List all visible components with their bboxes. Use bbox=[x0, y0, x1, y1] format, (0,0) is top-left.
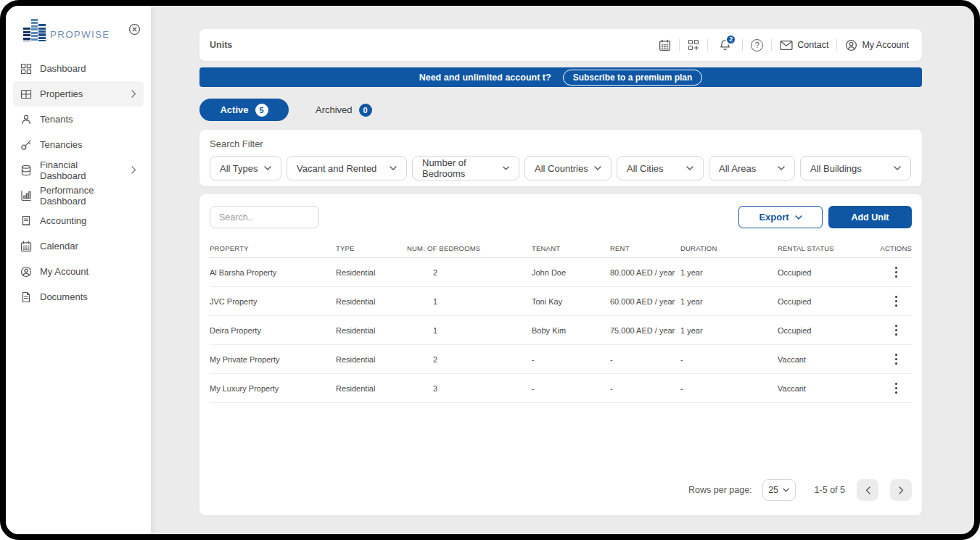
cell-rental-status: Occupied bbox=[778, 326, 879, 335]
chevron-down-icon bbox=[390, 166, 397, 170]
tab-active-count-badge: 5 bbox=[255, 104, 268, 117]
sidebar-item-performance-dashboard[interactable]: Performance Dashboard bbox=[13, 183, 144, 208]
cell-tenant: John Doe bbox=[532, 268, 610, 277]
documents-icon bbox=[20, 291, 32, 303]
cell-bedrooms: 2 bbox=[407, 355, 532, 364]
sidebar-item-calendar[interactable]: Calendar bbox=[13, 233, 144, 259]
filter-dropdown-all-types[interactable]: All Types bbox=[210, 156, 281, 180]
filter-dropdown-all-buildings[interactable]: All Buildings bbox=[800, 156, 911, 180]
cell-duration: - bbox=[680, 355, 778, 364]
cell-tenant: Toni Kay bbox=[532, 297, 610, 306]
calendar-icon[interactable] bbox=[659, 39, 671, 51]
cell-rent: 75.000 AED / year bbox=[610, 326, 680, 335]
chevron-right-icon bbox=[131, 166, 136, 174]
cell-rental-status: Occupied bbox=[778, 268, 879, 277]
table-body: Al Barsha Property Residential 2 John Do… bbox=[210, 258, 912, 403]
cell-tenant: - bbox=[532, 384, 610, 393]
row-actions-kebab-icon[interactable] bbox=[891, 379, 902, 397]
sidebar-item-financial-dashboard[interactable]: Financial Dashboard bbox=[13, 157, 144, 183]
filter-dropdown-all-cities[interactable]: All Cities bbox=[617, 156, 704, 180]
divider bbox=[707, 39, 708, 51]
chevron-right-icon bbox=[131, 90, 136, 98]
cell-type: Residential bbox=[336, 355, 407, 364]
sidebar-item-tenancies[interactable]: Tenancies bbox=[13, 132, 144, 157]
filter-dropdown-all-areas[interactable]: All Areas bbox=[709, 156, 795, 180]
cell-property: Deira Property bbox=[210, 326, 336, 335]
cell-actions bbox=[891, 292, 912, 310]
premium-banner: Need and unlimited account t? Subscribe … bbox=[199, 67, 922, 87]
column-type: TYPE bbox=[336, 244, 407, 252]
rows-per-page-value: 25 bbox=[768, 485, 778, 495]
filter-dropdown-all-countries[interactable]: All Countries bbox=[524, 156, 612, 180]
cell-bedrooms: 3 bbox=[407, 384, 532, 393]
filter-dropdown-vacant-and-rented[interactable]: Vacant and Rented bbox=[287, 156, 407, 180]
cell-type: Residential bbox=[336, 297, 407, 306]
export-button[interactable]: Export bbox=[738, 206, 823, 228]
rows-per-page-select[interactable]: 25 bbox=[762, 479, 796, 501]
cell-type: Residential bbox=[336, 384, 407, 393]
cell-actions bbox=[891, 350, 912, 368]
cell-rental-status: Vaccant bbox=[778, 384, 879, 393]
cell-actions bbox=[891, 321, 912, 339]
row-actions-kebab-icon[interactable] bbox=[891, 321, 902, 339]
cell-tenant: - bbox=[532, 355, 610, 364]
cell-duration: 1 year bbox=[680, 268, 778, 277]
cell-duration: - bbox=[680, 384, 778, 393]
calendar-icon bbox=[20, 241, 32, 252]
cell-property: Al Barsha Property bbox=[210, 268, 336, 277]
sidebar-item-dashboard[interactable]: Dashboard bbox=[13, 56, 144, 81]
add-unit-button[interactable]: Add Unit bbox=[828, 206, 912, 228]
subscribe-button[interactable]: Subscribe to a premium plan bbox=[563, 70, 703, 86]
tab-archived[interactable]: Archived 0 bbox=[316, 104, 372, 117]
sidebar-item-accounting[interactable]: Accounting bbox=[13, 208, 144, 233]
sidebar-item-documents[interactable]: Documents bbox=[13, 284, 144, 310]
chevron-right-icon bbox=[899, 486, 904, 494]
chevron-down-icon bbox=[594, 166, 601, 170]
tenancies-icon bbox=[20, 139, 32, 151]
main-area: Units 2 bbox=[151, 6, 974, 534]
chevron-down-icon bbox=[783, 488, 789, 492]
tab-archived-label: Archived bbox=[316, 104, 353, 115]
table-row: Deira Property Residential 1 Boby Kim 75… bbox=[210, 316, 912, 345]
cell-bedrooms: 1 bbox=[407, 297, 532, 306]
column-tenant: TENANT bbox=[532, 244, 610, 252]
search-filter-title: Search Filter bbox=[210, 138, 912, 149]
search-input[interactable] bbox=[210, 206, 319, 228]
tab-active[interactable]: Active 5 bbox=[199, 99, 289, 121]
my-account-button[interactable]: My Account bbox=[845, 39, 909, 51]
row-actions-kebab-icon[interactable] bbox=[891, 292, 902, 310]
previous-page-button[interactable] bbox=[857, 479, 878, 501]
column-property: PROPERTY bbox=[210, 244, 336, 252]
search-filter-panel: Search Filter All Types Vacant and Rente… bbox=[199, 130, 922, 186]
row-actions-kebab-icon[interactable] bbox=[891, 263, 902, 281]
row-actions-kebab-icon[interactable] bbox=[891, 350, 902, 368]
notification-count-badge: 2 bbox=[725, 34, 736, 45]
table-header-row: PROPERTY TYPE NUM. OF BEDROOMS TENANT RE… bbox=[210, 239, 912, 258]
divider bbox=[679, 39, 680, 51]
units-table-panel: Export Add Unit PROPERTY TYPE NUM. OF BE… bbox=[199, 194, 922, 515]
sidebar-item-tenants[interactable]: Tenants bbox=[13, 107, 144, 132]
notifications-bell-icon[interactable]: 2 bbox=[719, 39, 731, 51]
help-icon[interactable] bbox=[751, 39, 763, 51]
filter-dropdown-number-of-bedrooms[interactable]: Number of Bedrooms bbox=[412, 156, 519, 180]
chevron-down-icon bbox=[264, 166, 271, 170]
table-row: My Luxury Property Residential 3 - - - V… bbox=[210, 374, 912, 403]
apps-add-icon[interactable] bbox=[688, 39, 699, 51]
cell-duration: 1 year bbox=[680, 297, 778, 306]
tab-archived-count-badge: 0 bbox=[359, 104, 372, 117]
financial-dashboard-icon bbox=[20, 165, 32, 176]
cell-property: JVC Property bbox=[210, 297, 336, 306]
cell-bedrooms: 1 bbox=[407, 326, 532, 335]
sidebar-nav: Dashboard Properties Tenants Tenancies F… bbox=[6, 56, 151, 310]
sidebar-item-properties[interactable]: Properties bbox=[13, 81, 144, 107]
status-tabs: Active 5 Archived 0 bbox=[199, 99, 922, 121]
sidebar-collapse-icon[interactable] bbox=[128, 23, 141, 36]
device-frame: PROPWISE Dashboard Properties Tenants Te… bbox=[0, 0, 980, 540]
next-page-button[interactable] bbox=[890, 479, 912, 501]
column-rent: RENT bbox=[610, 244, 680, 252]
sidebar-item-my-account[interactable]: My Account bbox=[13, 259, 144, 284]
chevron-down-icon bbox=[503, 166, 509, 170]
app-screen: PROPWISE Dashboard Properties Tenants Te… bbox=[6, 6, 974, 534]
contact-button[interactable]: Contact bbox=[780, 40, 828, 51]
pagination-range: 1-5 of 5 bbox=[815, 485, 845, 495]
